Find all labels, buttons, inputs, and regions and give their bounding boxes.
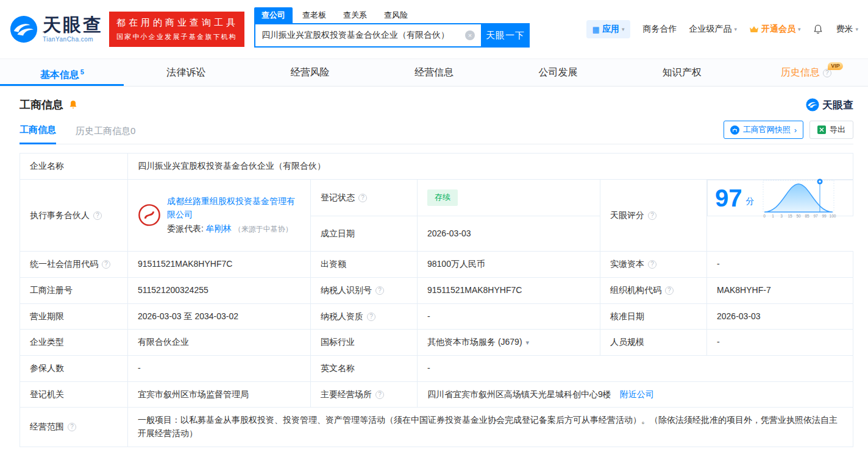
term-value: 2026-03-03 至 2034-03-02 [128, 303, 311, 330]
snapshot-button-label: 工商官网快照 [743, 124, 791, 135]
search-tab-relation[interactable]: 查关系 [336, 7, 374, 23]
company-type-label: 企业类型 [20, 330, 128, 356]
notification-bell[interactable] [813, 24, 824, 35]
nav-enterprise-products[interactable]: 企业级产品 ▾ [689, 24, 737, 35]
export-button[interactable]: 导出 [809, 121, 853, 139]
score-unit: 分 [746, 195, 755, 208]
score-value: 97 分 0 1 3 15 50 [707, 180, 853, 216]
clear-search-icon[interactable]: × [465, 30, 475, 40]
company-tab-bar: 基本信息5 法律诉讼 经营风险 经营信息 公司发展 知识产权 历史信息? VIP [0, 58, 868, 87]
tianyancha-logo[interactable]: 天眼查 TianYanCha.com [10, 15, 103, 43]
nearby-companies-link[interactable]: 附近公司 [620, 389, 654, 399]
insured-label: 参保人数 [20, 355, 128, 381]
table-row: 统一社会信用代码? 91511521MAK8HYHF7C 出资额 98100万人… [20, 252, 853, 278]
subtab-business-info[interactable]: 工商信息 [20, 124, 56, 144]
subscribe-bell-icon[interactable] [68, 100, 78, 110]
top-header: 天眼查 TianYanCha.com 都在用的商业查询工具 国家中小企业发展子基… [0, 0, 868, 58]
tax-id-label: 纳税人识别号? [311, 277, 418, 303]
search-tab-risk[interactable]: 查风险 [377, 7, 415, 23]
partner-value: 成都丝路重组股权投资基金管理有限公司 委派代表: 牟刚林 （来源于中基协） [128, 179, 311, 252]
credit-code-label: 统一社会信用代码? [20, 252, 128, 278]
established-label: 成立日期 [311, 216, 418, 252]
reg-status-label: 登记状态? [311, 179, 418, 216]
crown-icon [749, 25, 759, 34]
help-icon[interactable]: ? [648, 211, 656, 220]
table-row: 经营范围? 一般项目：以私募基金从事股权投资、投资管理、资产管理等活动（须在中国… [20, 408, 853, 447]
promo-banner: 都在用的商业查询工具 国家中小企业发展子基金旗下机构 [109, 12, 244, 47]
section-title: 工商信息 [20, 97, 63, 112]
industry-label: 国标行业 [311, 330, 418, 356]
top-right-nav: ▦ 应用 ▾ 商务合作 企业级产品 ▾ 开通会员 ▾ 费米 ▾ [586, 20, 858, 38]
rep-name-link[interactable]: 牟刚林 [206, 224, 232, 233]
address-label-text: 主要经营场所 [321, 389, 372, 399]
rep-label: 委派代表: [167, 224, 204, 233]
table-row: 企业类型 有限合伙企业 国标行业 其他资本市场服务 (J679)▾ 人员规模 - [20, 330, 853, 356]
subtab-actions: 工商官网快照 › 导出 [724, 121, 853, 144]
official-snapshot-button[interactable]: 工商官网快照 › [724, 121, 803, 139]
partner-label: 执行事务合伙人? [20, 179, 128, 252]
industry-value: 其他资本市场服务 (J679)▾ [418, 330, 600, 356]
tab-intellectual-property[interactable]: 知识产权 [620, 59, 744, 86]
help-icon[interactable]: ? [68, 423, 76, 431]
org-code-label-text: 组织机构代码 [610, 285, 661, 295]
term-label: 营业期限 [20, 303, 128, 330]
business-scope-label-text: 经营范围 [30, 422, 64, 431]
org-code-label: 组织机构代码? [600, 277, 707, 303]
help-icon[interactable]: ? [648, 260, 656, 269]
chevron-down-icon[interactable]: ▾ [526, 339, 530, 346]
apps-menu[interactable]: ▦ 应用 ▾ [586, 20, 631, 38]
vip-badge: VIP [828, 62, 843, 70]
logo-cn: 天眼查 [43, 16, 103, 34]
score-label: 天眼评分? [600, 179, 707, 252]
tax-id-label-text: 纳税人识别号 [321, 285, 372, 295]
tab-basic-info[interactable]: 基本信息5 [0, 59, 124, 86]
help-icon[interactable]: ? [358, 194, 367, 202]
tab-company-development[interactable]: 公司发展 [496, 59, 620, 86]
help-icon[interactable]: ? [375, 286, 384, 295]
business-scope-label: 经营范围? [20, 408, 128, 447]
tab-operating-info[interactable]: 经营信息 [372, 59, 496, 86]
status-badge: 存续 [427, 189, 458, 205]
paid-capital-label-text: 实缴资本 [610, 259, 644, 269]
nav-user-label: 费米 [836, 24, 853, 35]
search-button[interactable]: 天眼一下 [481, 23, 530, 48]
tab-legal-proceedings[interactable]: 法律诉讼 [124, 59, 247, 86]
nav-open-vip[interactable]: 开通会员 ▾ [749, 24, 801, 35]
partner-company-link[interactable]: 成都丝路重组股权投资基金管理有限公司 [167, 196, 295, 219]
subtab-history-business-info[interactable]: 历史工商信息0 [76, 125, 135, 144]
nav-user[interactable]: 费米 ▾ [836, 24, 858, 35]
help-icon[interactable]: ? [367, 313, 375, 321]
search-tab-company[interactable]: 查公司 [254, 7, 293, 23]
help-icon[interactable]: ? [102, 260, 110, 269]
score-label-text: 天眼评分 [610, 210, 644, 220]
tab-operating-label: 经营信息 [414, 67, 454, 77]
help-icon[interactable]: ? [93, 211, 102, 220]
tab-operating-risk[interactable]: 经营风险 [248, 59, 372, 86]
search-area: 查公司 查老板 查关系 查风险 × 天眼一下 [254, 7, 530, 48]
address-value: 四川省宜宾市叙州区高场镇天光星城科创中心9楼 附近公司 [418, 381, 853, 408]
help-icon[interactable]: ? [375, 391, 384, 399]
business-info-table: 企业名称 四川振业兴宜股权投资基金合伙企业（有限合伙） 执行事务合伙人? 成都丝… [20, 153, 853, 447]
partner-label-text: 执行事务合伙人 [30, 210, 90, 220]
chevron-down-icon: ▾ [798, 26, 801, 32]
help-icon[interactable]: ? [823, 69, 831, 77]
approval-date-label: 核准日期 [600, 303, 707, 330]
svg-text:97: 97 [813, 214, 818, 218]
address-text: 四川省宜宾市叙州区高场镇天光星城科创中心9楼 [427, 389, 611, 399]
nav-business-coop[interactable]: 商务合作 [642, 24, 677, 35]
capital-value: 98100万人民币 [418, 252, 600, 278]
search-input[interactable] [254, 23, 481, 48]
help-icon[interactable]: ? [665, 286, 674, 295]
tab-history-info[interactable]: 历史信息? VIP [744, 59, 868, 86]
industry-value-text: 其他资本市场服务 (J679) [427, 337, 522, 347]
tax-qualification-label-text: 纳税人资质 [321, 311, 363, 321]
reg-authority-label: 登记机关 [20, 381, 128, 408]
chevron-down-icon: ▾ [622, 26, 625, 32]
section-header: 工商信息 天眼查 [20, 97, 853, 112]
search-tab-boss[interactable]: 查老板 [295, 7, 333, 23]
logo-text: 天眼查 TianYanCha.com [43, 16, 103, 43]
tax-id-value: 91511521MAK8HYHF7C [418, 277, 600, 303]
chevron-down-icon: ▾ [734, 26, 737, 32]
tianyancha-watermark: 天眼查 [806, 98, 853, 112]
capital-label: 出资额 [311, 252, 418, 278]
